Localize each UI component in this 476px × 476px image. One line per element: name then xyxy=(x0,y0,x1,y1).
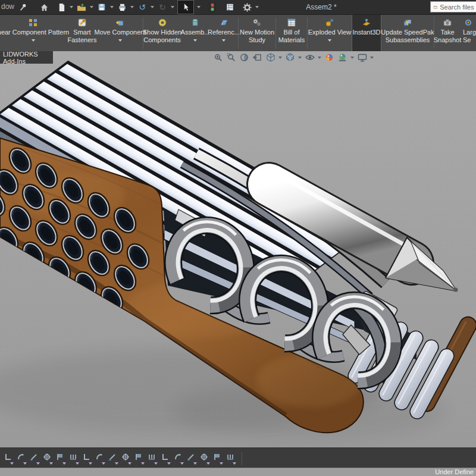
select-arrow-icon[interactable] xyxy=(177,0,194,14)
apply-scene-caret[interactable] xyxy=(350,57,354,59)
feature-tool-13-caret[interactable] xyxy=(167,462,171,465)
assembly-features-caret[interactable] xyxy=(193,39,197,42)
feature-tool-18-caret[interactable] xyxy=(233,462,236,465)
feature-tool-12-icon[interactable] xyxy=(148,453,158,465)
zoom-to-fit-icon[interactable] xyxy=(213,52,223,62)
status-badge: Under Define xyxy=(435,468,474,475)
feature-tool-14-caret[interactable] xyxy=(180,462,184,465)
rebuild-traffic-light-icon[interactable] xyxy=(207,2,218,12)
feature-tool-6-icon[interactable] xyxy=(69,453,79,465)
feature-tool-7-caret[interactable] xyxy=(89,462,92,465)
feature-tool-12-caret[interactable] xyxy=(154,462,158,465)
linear-component-pattern-caret[interactable] xyxy=(32,39,35,42)
feature-tool-2-caret[interactable] xyxy=(23,462,27,465)
feature-tool-10-icon[interactable] xyxy=(121,453,131,465)
assembly-features-icon xyxy=(190,17,201,29)
new-document-caret[interactable] xyxy=(70,6,73,8)
ribbon-button-new-motion-study[interactable]: New Motion Study xyxy=(239,15,275,51)
feature-tool-1-icon[interactable] xyxy=(4,453,14,465)
new-document-icon[interactable] xyxy=(56,2,67,12)
feature-tool-17-icon[interactable] xyxy=(213,453,223,465)
ribbon-button-exploded-view[interactable]: Exploded View xyxy=(308,15,352,51)
feature-tool-2-icon[interactable] xyxy=(17,453,27,465)
feature-tool-17-caret[interactable] xyxy=(220,462,223,465)
feature-tool-18-icon[interactable] xyxy=(226,453,236,465)
update-speedpak-icon xyxy=(402,17,413,29)
exploded-view-caret[interactable] xyxy=(328,39,331,42)
feature-tool-3-icon[interactable] xyxy=(30,453,40,465)
hide-show-caret[interactable] xyxy=(318,57,321,59)
options-list-icon[interactable] xyxy=(224,2,235,12)
feature-tool-8-icon[interactable] xyxy=(95,453,105,465)
feature-tool-14-icon[interactable] xyxy=(174,453,184,465)
open-document-icon[interactable] xyxy=(76,2,87,12)
view-settings-icon[interactable] xyxy=(357,52,367,62)
feature-tool-11-caret[interactable] xyxy=(141,462,145,465)
save-caret[interactable] xyxy=(110,6,114,8)
ribbon-button-take-snapshot[interactable]: Take Snapshot xyxy=(434,15,461,51)
ribbon-button-assembly-features[interactable]: Assemb... xyxy=(181,15,209,51)
settings-gear-icon[interactable] xyxy=(242,2,252,12)
redo-icon[interactable]: ↻ xyxy=(157,2,168,12)
ribbon-button-show-hidden-components[interactable]: Show Hidden Components xyxy=(143,15,181,51)
feature-tool-5-icon[interactable] xyxy=(56,453,66,465)
display-style-icon[interactable] xyxy=(285,52,295,62)
feature-tool-9-icon[interactable] xyxy=(108,453,118,465)
apply-scene-icon[interactable] xyxy=(337,52,347,62)
settings-caret[interactable] xyxy=(255,6,259,8)
feature-tool-10-caret[interactable] xyxy=(128,462,131,465)
undo-caret[interactable] xyxy=(151,6,154,8)
feature-tool-16-caret[interactable] xyxy=(206,462,210,465)
feature-tool-16-icon[interactable] xyxy=(200,453,210,465)
ribbon-button-update-speedpak[interactable]: Update SpeedPak Subassemblies xyxy=(381,15,434,51)
view-orientation-icon[interactable] xyxy=(265,52,275,62)
ribbon-button-large-assembly-settings[interactable]: Large Se xyxy=(461,15,476,51)
feature-tool-4-icon[interactable] xyxy=(43,453,53,465)
feature-tool-15-caret[interactable] xyxy=(193,462,197,465)
feature-tool-6-caret[interactable] xyxy=(76,462,79,465)
ribbon-button-bill-of-materials[interactable]: Bill of Materials xyxy=(276,15,307,51)
section-view-icon[interactable] xyxy=(239,52,249,62)
ribbon-button-linear-component-pattern[interactable]: near Component Pattern xyxy=(0,15,67,51)
view-orientation-caret[interactable] xyxy=(278,57,282,59)
redo-caret[interactable] xyxy=(171,6,174,8)
search-input[interactable]: Search files an xyxy=(430,1,476,12)
zoom-to-area-icon[interactable] xyxy=(226,52,236,62)
pin-icon[interactable] xyxy=(18,2,29,12)
ribbon-button-smart-fasteners[interactable]: Smart Fasteners xyxy=(67,15,98,51)
feature-tool-3-caret[interactable] xyxy=(36,462,40,465)
window-menu-fragment[interactable]: dow xyxy=(1,2,14,11)
feature-tool-11-icon[interactable] xyxy=(134,453,145,465)
hide-show-items-icon[interactable] xyxy=(305,52,315,62)
feature-tool-5-caret[interactable] xyxy=(62,462,66,465)
command-manager-ribbon: near Component Pattern Smart Fasteners M… xyxy=(0,15,476,52)
feature-tool-7-icon[interactable] xyxy=(82,453,92,465)
open-document-caret[interactable] xyxy=(90,6,93,8)
tab-solidworks-add-ins[interactable]: LIDWORKS Add-Ins xyxy=(0,51,53,64)
select-caret[interactable] xyxy=(197,6,201,8)
ribbon-button-instant3d[interactable]: Instant3D xyxy=(352,15,381,51)
feature-tool-8-caret[interactable] xyxy=(102,462,105,465)
feature-tool-13-icon[interactable] xyxy=(161,453,171,465)
feature-tool-9-caret[interactable] xyxy=(115,462,118,465)
print-caret[interactable] xyxy=(130,6,134,8)
reference-geometry-caret[interactable] xyxy=(222,39,226,42)
reference-geometry-icon xyxy=(218,17,229,29)
display-style-caret[interactable] xyxy=(298,57,302,59)
view-settings-caret[interactable] xyxy=(370,57,374,59)
ribbon-button-reference-geometry[interactable]: Referenc... xyxy=(209,15,238,51)
graphics-viewport[interactable] xyxy=(0,51,476,447)
ribbon-button-move-component[interactable]: Move Component xyxy=(98,15,143,51)
home-icon[interactable] xyxy=(39,2,49,12)
linear-component-pattern-icon xyxy=(28,17,39,29)
feature-tool-4-caret[interactable] xyxy=(49,462,53,465)
feature-tool-1-caret[interactable] xyxy=(10,462,14,465)
feature-tool-15-icon[interactable] xyxy=(187,453,197,465)
print-icon[interactable] xyxy=(117,2,127,12)
undo-icon[interactable]: ↺ xyxy=(137,2,148,12)
previous-view-icon[interactable] xyxy=(252,52,262,62)
move-component-caret[interactable] xyxy=(118,39,122,42)
edit-appearance-icon[interactable] xyxy=(324,52,334,62)
save-icon[interactable] xyxy=(96,2,107,12)
title-bar: dow ↺ ↻ Assem2 * Search files an xyxy=(0,0,476,15)
